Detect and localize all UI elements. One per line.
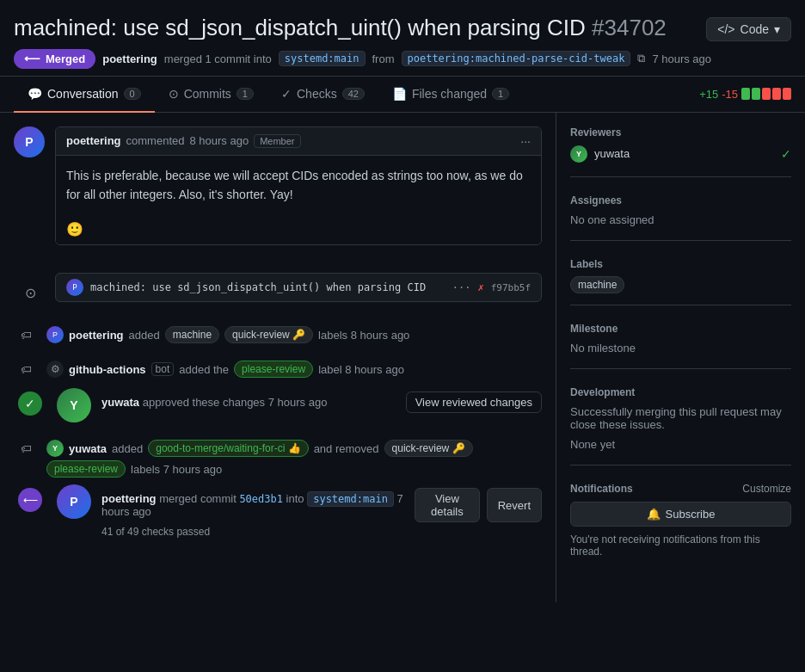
avatar-poettering: P [14,126,45,157]
approve-action: approved these changes [143,396,265,409]
label-event-2-suffix: label 8 hours ago [318,363,404,376]
milestone-section: Milestone No milestone [570,323,791,369]
revert-button[interactable]: Revert [487,488,542,522]
ellipsis-icon: ··· [520,134,531,148]
assignees-section: Assignees No one assigned [570,194,791,241]
branch-target[interactable]: systemd:main [279,51,366,66]
tabs-bar: 💬 Conversation 0 ⊙ Commits 1 ✓ Checks 42… [0,77,805,113]
label-icon-2: 🏷 [21,363,32,376]
comment-body: This is preferable, because we will acce… [56,156,541,215]
comment-time: 8 hours ago [189,134,249,147]
subscribe-button[interactable]: 🔔 Subscribe [570,502,791,527]
notifications-section: Notifications Customize 🔔 Subscribe You'… [570,483,791,571]
label-event-3-suffix: labels 7 hours ago [131,463,222,476]
commit-event: ⊙ P machined: use sd_json_dispatch_uint(… [14,273,542,312]
reviewer-name[interactable]: yuwata [594,147,630,160]
customize-link[interactable]: Customize [742,483,791,495]
avatar-poettering-2: P [57,484,91,519]
merge-author[interactable]: poettering [101,492,157,505]
branch-source[interactable]: poettering:machined-parse-cid-tweak [402,51,631,66]
bot-badge: bot [151,362,175,376]
files-icon: 📄 [392,87,407,101]
label-event-2: 🏷 ⚙ github-actions bot added the please-… [14,357,542,381]
tab-files-changed[interactable]: 📄 Files changed 1 [378,77,523,113]
commit-sha[interactable]: f97bb5f [491,282,531,293]
checks-icon: ✓ [281,87,292,101]
comment-author[interactable]: poettering [66,134,121,147]
notification-text: You're not receiving notifications from … [570,533,791,558]
merge-into-text: into [286,492,304,505]
sidebar-label[interactable]: machine [570,276,624,293]
approve-content: yuwata approved these changes 7 hours ag… [101,391,542,413]
avatar-commit: P [66,279,83,296]
label-event-2-action: added the [179,363,229,376]
tab-conversation[interactable]: 💬 Conversation 0 [14,77,155,113]
pr-from-text: from [372,52,395,65]
pr-title: machined: use sd_json_dispatch_uint() wh… [14,14,692,42]
label-event-3-action: added [112,442,143,455]
avatar-gh-actions: ⚙ [46,361,64,378]
conversation-icon: 💬 [28,87,42,101]
label-event-2-author[interactable]: github-actions [69,363,146,376]
label-event-2-content: ⚙ github-actions bot added the please-re… [46,357,542,378]
comment-header: poettering commented 8 hours ago Member … [56,127,541,156]
label-icon-1: 🏷 [21,329,32,342]
labels-title: Labels [570,258,791,270]
notifications-title: Notifications [570,483,633,495]
commit-row: P machined: use sd_json_dispatch_uint() … [55,273,542,302]
assignees-title: Assignees [570,194,791,207]
label-event-1-suffix: labels 8 hours ago [318,329,409,342]
diff-block-3 [762,88,771,100]
label-event-1-author[interactable]: poettering [69,329,124,342]
milestone-none: No milestone [570,342,791,354]
development-title: Development [570,386,791,398]
tab-commits[interactable]: ⊙ Commits 1 [155,77,267,113]
checks-count: 42 [342,88,365,100]
development-text: Successfully merging this pull request m… [570,405,791,431]
avatar-reviewer: Y [570,145,587,163]
pr-meta-merged-text: merged 1 commit into [164,52,272,65]
code-button[interactable]: </> Code ▾ [706,17,791,41]
pr-number: #34702 [592,15,667,40]
comment-menu[interactable]: ··· [520,134,531,148]
comment-action: commented [126,134,185,147]
view-reviewed-changes-button[interactable]: View reviewed changes [406,391,542,413]
view-details-button[interactable]: View details [415,488,480,522]
approve-author[interactable]: yuwata [101,396,139,409]
label-event-3-conjunction: and removed [314,442,379,455]
conversation-count: 0 [124,88,141,100]
label-event-1-content: P poettering added machine quick-review … [46,323,542,343]
merge-sha[interactable]: 50ed3b1 [239,493,283,505]
copy-icon[interactable]: ⧉ [637,52,645,65]
pr-author[interactable]: poettering [102,52,157,65]
label-event-3-author[interactable]: yuwata [69,442,107,455]
diff-deletions: -15 [722,88,738,101]
label-event-3-content: Y yuwata added good-to-merge/waiting-for… [46,436,542,478]
tab-checks[interactable]: ✓ Checks 42 [267,77,378,113]
files-count: 1 [492,88,509,100]
assignees-none: No one assigned [570,213,791,226]
label-event-1: 🏷 P poettering added machine quick-revie… [14,323,542,347]
comment-text: This is preferable, because we will acce… [66,166,531,205]
label-event-3: 🏷 Y yuwata added good-to-merge/waiting-f… [14,436,542,478]
commit-message: machined: use sd_json_dispatch_uint() wh… [90,281,446,293]
approve-time: 7 hours ago [268,396,328,409]
commit-status-icon: ✗ [477,281,483,293]
emoji-reaction-button[interactable]: 🙂 [66,222,83,237]
label-please-review-2: please-review [46,460,126,478]
development-none: None yet [570,438,791,451]
bell-icon: 🔔 [647,508,661,521]
comment-footer: 🙂 [56,214,541,244]
label-machine: machine [165,326,219,343]
avatar-yuwata: Y [57,388,91,422]
commits-count: 1 [237,88,254,100]
merge-branch[interactable]: systemd:main [307,491,394,507]
label-event-1-action: added [129,329,160,342]
approve-event: ✓ Y yuwata approved these changes 7 hour… [14,391,542,422]
label-good-to-merge: good-to-merge/waiting-for-ci 👍 [148,440,308,457]
member-badge: Member [254,134,300,148]
avatar-label-1: P [46,326,64,343]
sidebar: Reviewers Y yuwata ✓ Assignees No one as… [556,113,805,602]
label-quick-review: quick-review 🔑 [224,326,313,343]
reviewers-section: Reviewers Y yuwata ✓ [570,126,791,177]
